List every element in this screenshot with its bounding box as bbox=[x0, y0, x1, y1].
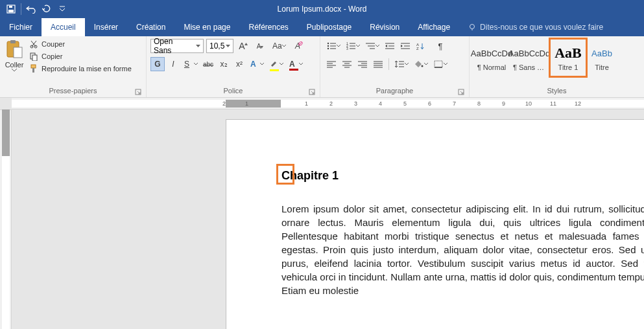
ribbon-tabs: Fichier Accueil Insérer Création Mise en… bbox=[0, 18, 644, 36]
bulb-icon bbox=[468, 23, 476, 31]
subscript-button[interactable]: x₂ bbox=[217, 57, 231, 71]
increase-indent-button[interactable] bbox=[398, 39, 412, 53]
cut-label: Couper bbox=[42, 40, 65, 48]
style-heading1[interactable]: AaB Titre 1 bbox=[549, 38, 588, 78]
style-no-spacing[interactable]: AaBbCcDd ¶ Sans int... bbox=[511, 39, 547, 76]
format-painter-label: Reproduire la mise en forme bbox=[42, 65, 132, 73]
font-size-value: 10,5 bbox=[209, 41, 224, 51]
font-color-button[interactable]: A bbox=[287, 57, 305, 71]
ribbon: Coller Couper Copier Reproduire la mise … bbox=[0, 36, 644, 98]
paragraph-launcher-icon[interactable] bbox=[457, 87, 465, 96]
titlebar: Lorum Ipsum.docx - Word bbox=[0, 0, 644, 18]
svg-rect-16 bbox=[32, 68, 34, 73]
tab-layout[interactable]: Mise en page bbox=[174, 18, 239, 36]
window-title: Lorum Ipsum.docx - Word bbox=[278, 5, 367, 14]
text-effects-button[interactable]: A bbox=[248, 57, 266, 71]
copy-button[interactable]: Copier bbox=[29, 51, 132, 62]
font-size-select[interactable]: 10,5 bbox=[206, 39, 233, 53]
borders-button[interactable] bbox=[431, 57, 449, 71]
tab-file[interactable]: Fichier bbox=[0, 18, 42, 36]
group-clipboard: Coller Couper Copier Reproduire la mise … bbox=[0, 36, 147, 97]
redo-icon[interactable] bbox=[40, 2, 54, 16]
shading-button[interactable] bbox=[412, 57, 430, 71]
shrink-font-button[interactable]: A bbox=[253, 39, 267, 53]
svg-point-61 bbox=[422, 65, 423, 67]
paste-label[interactable]: Coller bbox=[5, 61, 24, 69]
save-icon[interactable] bbox=[4, 2, 18, 16]
document-area[interactable]: Chapitre 1 Lorem ipsum dolor sit amet, c… bbox=[12, 109, 644, 329]
svg-line-12 bbox=[31, 41, 36, 47]
line-spacing-button[interactable] bbox=[392, 57, 411, 71]
superscript-button[interactable]: x² bbox=[232, 57, 246, 71]
group-styles: AaBbCcDd ¶ Normal AaBbCcDd ¶ Sans int...… bbox=[470, 36, 644, 97]
grow-font-button[interactable]: A bbox=[236, 39, 250, 53]
font-name-select[interactable]: Open Sans bbox=[150, 39, 204, 53]
group-clipboard-title: Presse-papiers bbox=[49, 87, 97, 95]
document-body[interactable]: Lorem ipsum dolor sit amet, consectetur … bbox=[281, 202, 644, 297]
justify-button[interactable] bbox=[371, 57, 385, 71]
strikethrough-button[interactable]: abc bbox=[201, 57, 215, 71]
svg-point-23 bbox=[328, 48, 329, 49]
clipboard-launcher-icon[interactable] bbox=[134, 87, 142, 96]
cut-button[interactable]: Couper bbox=[29, 39, 132, 49]
cursor-highlight bbox=[276, 164, 294, 185]
svg-text:Z: Z bbox=[416, 47, 419, 50]
svg-point-4 bbox=[470, 25, 475, 29]
quick-access-toolbar bbox=[0, 2, 69, 16]
group-font-title: Police bbox=[224, 87, 243, 95]
underline-button[interactable]: S bbox=[182, 57, 200, 71]
svg-rect-15 bbox=[31, 65, 36, 68]
tab-references[interactable]: Références bbox=[239, 18, 297, 36]
clear-formatting-button[interactable]: A⊘ bbox=[291, 39, 305, 53]
font-name-value: Open Sans bbox=[154, 37, 191, 55]
bullets-button[interactable] bbox=[324, 39, 342, 53]
qat-customize-icon[interactable] bbox=[55, 2, 69, 16]
group-font: Open Sans 10,5 A A Aa A⊘ G I S abc x₂ x² bbox=[147, 36, 320, 97]
document-heading[interactable]: Chapitre 1 bbox=[281, 169, 339, 183]
scissors-icon bbox=[29, 39, 39, 49]
svg-rect-7 bbox=[10, 40, 16, 43]
paste-dropdown-icon[interactable] bbox=[12, 69, 17, 72]
svg-rect-14 bbox=[32, 55, 37, 61]
svg-line-11 bbox=[32, 41, 36, 47]
tab-review[interactable]: Révision bbox=[361, 18, 409, 36]
group-paragraph: 123 AZ ¶ Paragraphe bbox=[320, 36, 470, 97]
group-paragraph-title: Paragraphe bbox=[376, 87, 414, 95]
vertical-ruler bbox=[0, 98, 12, 329]
bold-button[interactable]: G bbox=[150, 57, 165, 71]
tab-insert[interactable]: Insérer bbox=[85, 18, 127, 36]
align-left-button[interactable] bbox=[324, 57, 339, 71]
format-painter-button[interactable]: Reproduire la mise en forme bbox=[29, 63, 132, 74]
page[interactable]: Chapitre 1 Lorem ipsum dolor sit amet, c… bbox=[226, 119, 644, 329]
change-case-button[interactable]: Aa bbox=[270, 39, 288, 53]
svg-text:3: 3 bbox=[346, 47, 348, 50]
svg-rect-2 bbox=[9, 6, 12, 8]
paste-icon[interactable] bbox=[4, 39, 25, 60]
undo-icon[interactable] bbox=[24, 2, 38, 16]
sort-button[interactable]: AZ bbox=[414, 39, 432, 53]
font-launcher-icon[interactable] bbox=[307, 87, 316, 96]
svg-point-21 bbox=[328, 45, 329, 47]
italic-button[interactable]: I bbox=[166, 57, 180, 71]
numbering-button[interactable]: 123 bbox=[344, 39, 362, 53]
tab-view[interactable]: Affichage bbox=[409, 18, 459, 36]
tab-home[interactable]: Accueil bbox=[42, 18, 85, 36]
tab-mailings[interactable]: Publipostage bbox=[298, 18, 361, 36]
decrease-indent-button[interactable] bbox=[383, 39, 397, 53]
svg-rect-1 bbox=[8, 10, 14, 12]
horizontal-ruler: 1 2 1 2 3 4 5 6 7 8 9 10 11 12 bbox=[12, 98, 644, 109]
tell-me-label: Dites-nous ce que vous voulez faire bbox=[480, 23, 603, 32]
multilevel-list-button[interactable] bbox=[363, 39, 381, 53]
highlight-button[interactable] bbox=[267, 57, 285, 71]
tell-me-input[interactable]: Dites-nous ce que vous voulez faire bbox=[459, 18, 603, 36]
group-styles-title: Styles bbox=[547, 87, 567, 95]
svg-rect-8 bbox=[14, 47, 22, 58]
align-center-button[interactable] bbox=[340, 57, 354, 71]
tab-design[interactable]: Création bbox=[127, 18, 174, 36]
style-normal[interactable]: AaBbCcDd ¶ Normal bbox=[473, 39, 510, 76]
svg-point-19 bbox=[328, 43, 329, 44]
align-right-button[interactable] bbox=[355, 57, 370, 71]
show-marks-button[interactable]: ¶ bbox=[433, 39, 447, 53]
copy-icon bbox=[29, 51, 39, 62]
style-title[interactable]: AaBb Titre bbox=[589, 39, 615, 76]
